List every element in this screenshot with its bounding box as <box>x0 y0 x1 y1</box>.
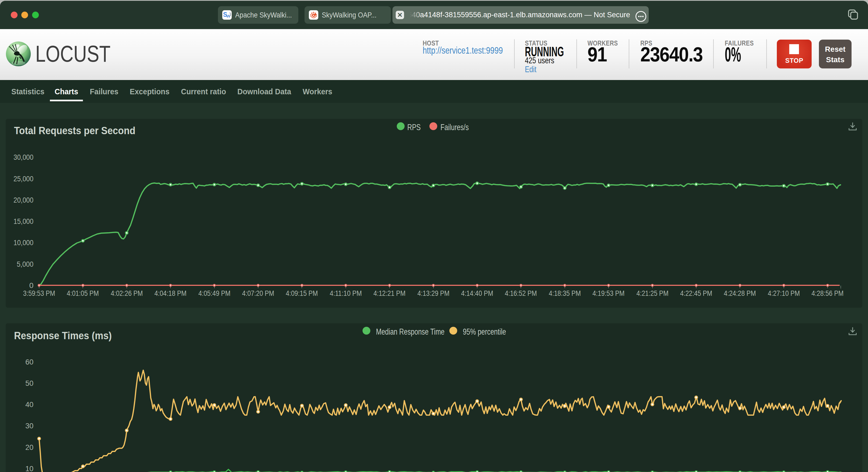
svg-text:w: w <box>226 13 230 19</box>
svg-text:LOCUST: LOCUST <box>35 41 111 67</box>
